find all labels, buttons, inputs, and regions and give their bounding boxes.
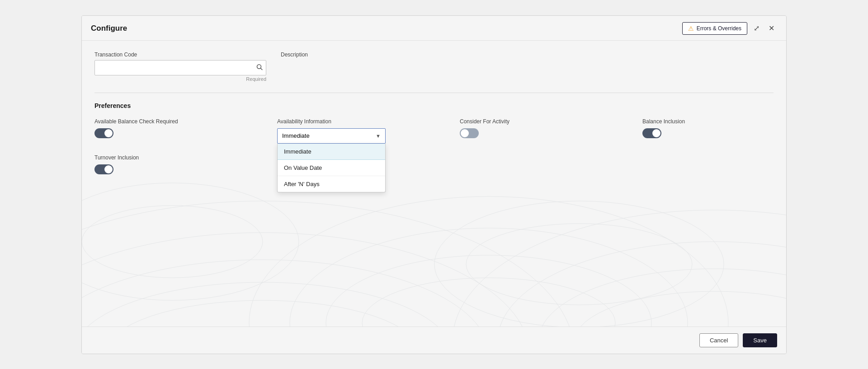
availability-info-dropdown[interactable]: Immediate ▼ <box>277 128 386 144</box>
dropdown-arrow-icon: ▼ <box>376 133 381 139</box>
transaction-form-row: Transaction Code Required Description <box>94 51 774 82</box>
availability-info-label: Availability Information <box>277 118 449 125</box>
description-label: Description <box>281 51 774 58</box>
availability-dropdown-menu: Immediate On Value Date After 'N' Days <box>277 144 386 192</box>
consider-activity-pref: Consider For Activity <box>460 118 632 138</box>
maximize-icon: ⤢ <box>754 24 760 33</box>
errors-overrides-button[interactable]: ⚠ Errors & Overrides <box>682 22 747 35</box>
preferences-row2: Turnover Inclusion <box>94 154 774 174</box>
description-field: Description <box>281 51 774 82</box>
modal-body: Transaction Code Required Description <box>82 41 786 327</box>
availability-selected-value: Immediate <box>282 132 310 139</box>
header-actions: ⚠ Errors & Overrides ⤢ ✕ <box>682 22 777 35</box>
turnover-inclusion-toggle[interactable] <box>94 164 113 174</box>
available-balance-toggle-knob <box>104 129 113 137</box>
dropdown-item-n-days[interactable]: After 'N' Days <box>278 176 385 192</box>
balance-inclusion-pref: Balance Inclusion <box>642 118 774 138</box>
preferences-title: Preferences <box>94 102 774 109</box>
transaction-code-input[interactable] <box>94 60 266 75</box>
maximize-button[interactable]: ⤢ <box>751 22 762 34</box>
turnover-inclusion-pref: Turnover Inclusion <box>94 154 266 174</box>
close-button[interactable]: ✕ <box>766 22 777 34</box>
transaction-code-input-wrapper <box>94 60 266 75</box>
close-icon: ✕ <box>769 24 774 33</box>
balance-inclusion-toggle-knob <box>652 129 660 137</box>
balance-inclusion-label: Balance Inclusion <box>642 118 774 125</box>
configure-modal: .topo { fill: none; stroke: #a0a8b0; str… <box>81 15 787 354</box>
save-button[interactable]: Save <box>743 333 777 347</box>
section-divider <box>94 93 774 93</box>
transaction-code-label: Transaction Code <box>94 51 266 58</box>
warning-icon: ⚠ <box>688 25 694 32</box>
availability-info-pref: Availability Information Immediate ▼ Imm… <box>277 118 449 144</box>
errors-button-label: Errors & Overrides <box>697 25 741 32</box>
modal-title: Configure <box>91 24 127 33</box>
required-label: Required <box>94 76 266 82</box>
turnover-inclusion-toggle-knob <box>104 165 113 173</box>
modal-header: Configure ⚠ Errors & Overrides ⤢ ✕ <box>82 16 786 41</box>
turnover-inclusion-label: Turnover Inclusion <box>94 154 266 161</box>
consider-activity-label: Consider For Activity <box>460 118 632 125</box>
dropdown-item-value-date[interactable]: On Value Date <box>278 160 385 176</box>
balance-inclusion-toggle[interactable] <box>642 128 661 138</box>
dropdown-item-immediate[interactable]: Immediate <box>278 144 385 160</box>
available-balance-pref: Available Balance Check Required <box>94 118 266 138</box>
availability-info-dropdown-wrapper: Immediate ▼ Immediate On Value Date Afte… <box>277 128 449 144</box>
available-balance-toggle[interactable] <box>94 128 113 138</box>
available-balance-label: Available Balance Check Required <box>94 118 266 125</box>
cancel-button[interactable]: Cancel <box>699 333 738 347</box>
preferences-row1: Available Balance Check Required Availab… <box>94 118 774 144</box>
transaction-code-field: Transaction Code Required <box>94 51 266 82</box>
consider-activity-toggle-knob <box>461 129 469 137</box>
modal-footer: Cancel Save <box>82 327 786 354</box>
description-value-display <box>281 60 774 75</box>
consider-activity-toggle[interactable] <box>460 128 479 138</box>
